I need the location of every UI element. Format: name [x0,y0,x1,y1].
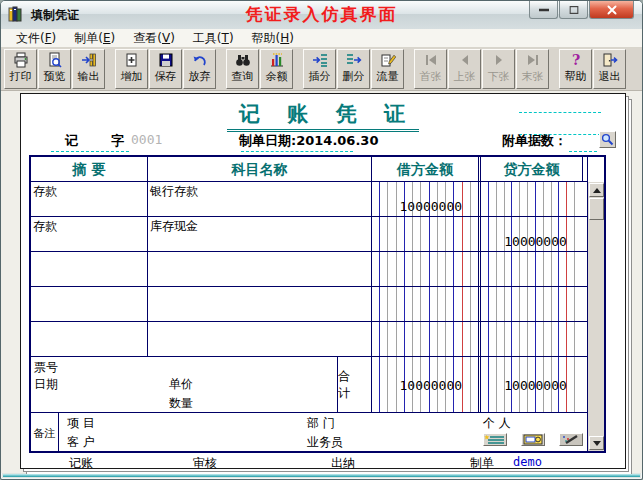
wand-shortcut-button[interactable] [559,433,583,446]
credit-cell[interactable] [478,252,582,286]
first-button: 首张 [414,49,447,89]
account-cell[interactable]: 银行存款 [148,182,372,216]
toolbar-button-label: 插分 [309,69,331,84]
preview-button[interactable]: 预览 [38,49,71,89]
voucher-date-underline[interactable] [241,151,353,152]
project-label: 项 目 [67,415,95,432]
add-button[interactable]: 增加 [115,49,148,89]
bookkeeper-label: 记账 [69,455,93,472]
debit-total-amount: 10000000 [399,377,462,392]
flow-button[interactable]: 流量 [371,49,404,89]
toolbar-button-label: 保存 [155,69,177,84]
note-icon [484,434,506,445]
preparer-label: 制单 [470,455,494,472]
scrollbar-thumb[interactable] [589,198,604,220]
account-cell[interactable] [148,287,372,321]
ledger-ruling [372,217,478,251]
magnifier-icon [601,133,614,146]
scroll-up-button[interactable] [589,183,604,197]
arrow-down-icon [593,441,601,446]
scrollbar-spacer [587,157,604,182]
debit-cell[interactable]: 10000000 [372,182,478,216]
mail-shortcut-button[interactable] [521,433,545,446]
minimize-button[interactable] [529,1,558,19]
export-button[interactable]: 输出 [72,49,105,89]
scroll-down-button[interactable] [589,436,604,450]
close-button[interactable] [589,1,634,19]
insert-split-button[interactable]: 插分 [303,49,336,89]
voucher-date[interactable]: 制单日期:2014.06.30 [239,132,378,150]
toolbar-button-label: 查询 [232,69,254,84]
toolbar-button-label: 上张 [454,69,476,84]
voucher-row-5 [31,322,587,357]
remarks-content-cell[interactable]: 项 目 客 户 部 门 业务员 个 人 [59,413,587,453]
credit-cell[interactable] [478,322,582,356]
window-controls [528,1,634,19]
debit-cell[interactable] [372,322,478,356]
insert-split-icon [312,50,328,69]
attachment-count-input[interactable] [569,151,597,152]
ledger-ruling [481,182,582,216]
first-icon [423,50,439,69]
preview-icon [47,50,63,69]
remarks-row: 备注 项 目 客 户 部 门 业务员 个 人 [31,413,587,453]
note-shortcut-button[interactable] [483,433,507,446]
toolbar-button-label: 末张 [522,69,544,84]
header-summary: 摘 要 [31,157,148,181]
save-button[interactable]: 保存 [149,49,182,89]
exit-button[interactable]: 退出 [593,49,626,89]
balance-chart-icon [269,50,285,69]
help-button[interactable]: ?帮助 [559,49,592,89]
menu-h[interactable]: 帮助(H) [243,28,303,49]
credit-cell[interactable] [478,287,582,321]
svg-text:?: ? [571,52,579,68]
unit-price-label: 单价 [169,376,193,393]
account-cell[interactable] [148,252,372,286]
delete-split-button[interactable]: 删分 [337,49,370,89]
summary-cell[interactable] [31,252,148,286]
voucher-title: 记 账 凭 证 [227,100,419,132]
printer-button[interactable]: 打印 [4,49,37,89]
maximize-button[interactable] [559,1,588,19]
menu-e[interactable]: 制单(E) [65,28,124,49]
credit-cell[interactable]: 10000000 [478,217,582,251]
summary-cell[interactable] [31,322,148,356]
undo-button[interactable]: 放弃 [183,49,216,89]
grid-scrollbar[interactable] [587,182,604,451]
credit-cell[interactable] [478,182,582,216]
account-cell[interactable]: 库存现金 [148,217,372,251]
debit-amount: 10000000 [399,199,462,214]
header-debit: 借方金额 [372,157,478,181]
voucher-row-3 [31,252,587,287]
page-no-input[interactable] [519,112,601,113]
menu-t[interactable]: 工具(T) [184,28,243,49]
debit-cell[interactable] [372,252,478,286]
ledger-ruling [481,252,582,286]
balance-chart-button[interactable]: 余额 [260,49,293,89]
voucher-number[interactable]: 0001 [131,132,162,147]
menu-f[interactable]: 文件(F) [7,28,65,49]
prev-icon [457,50,473,69]
header-account: 科目名称 [148,157,372,181]
work-area: 记 账 凭 证 记 字 0001 制单日期:2014.06.30 附单据数： [1,91,642,473]
toolbar-button-label: 增加 [121,69,143,84]
debit-cell[interactable] [372,287,478,321]
account-cell[interactable] [148,322,372,356]
summary-cell[interactable]: 存款 [31,182,148,216]
voucher-word-underline[interactable] [51,151,129,152]
binoculars-button[interactable]: 查询 [226,49,259,89]
menu-v[interactable]: 查看(V) [124,28,184,49]
toolbar-button-label: 首张 [420,69,442,84]
summary-cell[interactable]: 存款 [31,217,148,251]
remarks-label-cell: 备注 [31,413,59,453]
voucher-row-2: 存款库存现金10000000 [31,217,587,252]
toolbar-button-label: 输出 [78,69,100,84]
attachment-lookup-button[interactable] [599,131,616,148]
exit-icon [602,50,618,69]
voucher-word-left[interactable]: 记 [65,132,78,150]
save-icon [158,50,174,69]
summary-cell[interactable] [31,287,148,321]
totals-info-cell[interactable]: 票号 日期 单价 数量 [31,357,338,412]
department-label: 部 门 [307,415,335,432]
debit-cell[interactable] [372,217,478,251]
